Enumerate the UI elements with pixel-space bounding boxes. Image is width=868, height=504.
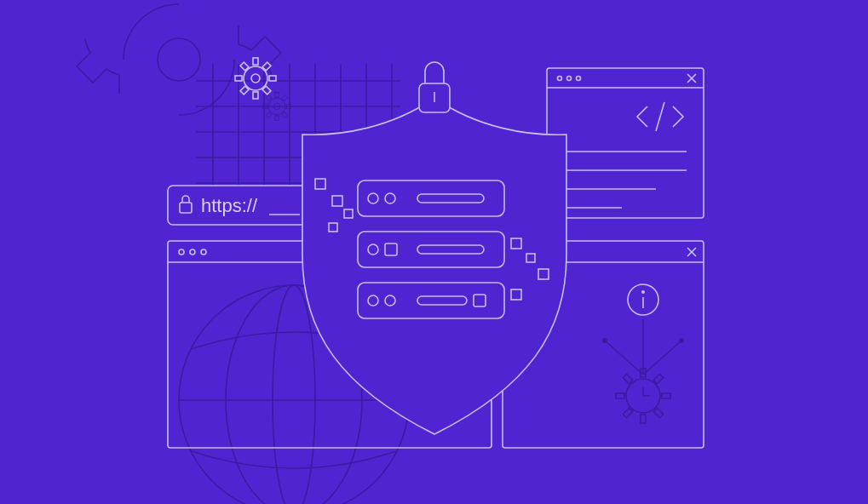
- svg-point-25: [273, 285, 315, 504]
- gear-icon: [235, 58, 276, 99]
- info-icon: [628, 284, 658, 315]
- svg-rect-38: [662, 393, 670, 398]
- lock-icon: [419, 62, 450, 112]
- svg-rect-15: [275, 93, 279, 98]
- svg-rect-40: [623, 408, 632, 417]
- code-window: [547, 68, 704, 218]
- svg-line-29: [643, 341, 681, 375]
- svg-rect-61: [547, 68, 704, 218]
- svg-rect-46: [253, 92, 258, 99]
- svg-point-81: [641, 290, 645, 294]
- svg-rect-45: [253, 58, 258, 65]
- close-icon: [687, 248, 696, 256]
- svg-rect-16: [275, 116, 279, 121]
- gear-icon-large: [77, 4, 281, 115]
- info-graph: [602, 319, 684, 423]
- svg-point-58: [179, 249, 184, 255]
- svg-line-28: [605, 341, 643, 375]
- svg-rect-37: [616, 393, 624, 398]
- svg-rect-39: [653, 374, 663, 383]
- svg-point-31: [679, 338, 684, 343]
- shield-icon: [302, 62, 566, 434]
- svg-rect-41: [653, 408, 663, 417]
- svg-point-60: [201, 249, 206, 255]
- svg-point-59: [190, 249, 195, 255]
- protocol-text: https://: [201, 195, 258, 216]
- svg-rect-36: [641, 415, 646, 423]
- svg-rect-42: [623, 374, 632, 383]
- security-illustration: .lt{fill:none;stroke:#C9BDF2;stroke-widt…: [0, 0, 868, 504]
- svg-point-30: [602, 338, 607, 343]
